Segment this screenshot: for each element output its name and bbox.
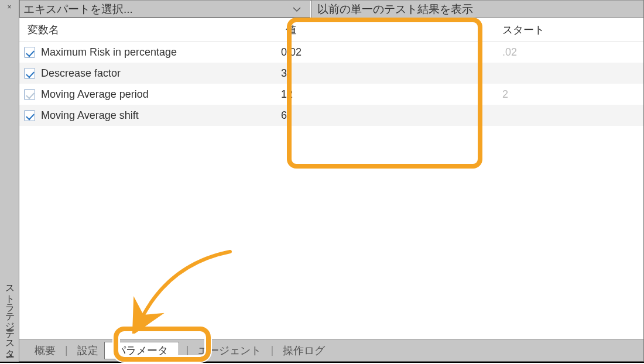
tab-log[interactable]: 操作ログ <box>277 339 331 361</box>
previous-results-label: 以前の単一のテスト結果を表示 <box>317 2 473 17</box>
panel-title-vertical: ストラテジーテスター <box>4 14 16 362</box>
table-row[interactable]: Descrease factor 3 <box>19 63 643 84</box>
panel-title-text: ストラテジーテスター <box>4 279 16 351</box>
tab-separator: | <box>61 344 71 356</box>
table-row[interactable]: Maximum Risk in percentage 0.02 .02 <box>19 42 643 63</box>
row-start[interactable]: 2 <box>494 88 643 101</box>
tab-bar: 概要 | 設定 パラメータ | エージェント | 操作ログ <box>19 339 643 361</box>
parameters-grid: 変数名 値 スタート Maximum Risk in percentage 0.… <box>19 18 643 339</box>
tab-parameters[interactable]: パラメータ <box>104 339 183 361</box>
expert-select[interactable]: エキスパートを選択... <box>19 1 311 18</box>
tab-overview[interactable]: 概要 <box>29 339 61 361</box>
table-row[interactable]: Moving Average shift 6 <box>19 105 643 126</box>
row-checkbox[interactable] <box>24 47 35 58</box>
close-icon[interactable]: × <box>0 0 19 14</box>
grid-header: 変数名 値 スタート <box>19 18 643 42</box>
row-name: Maximum Risk in percentage <box>41 46 177 59</box>
tab-separator: | <box>183 344 193 356</box>
row-name: Moving Average period <box>41 88 149 101</box>
expert-select-placeholder: エキスパートを選択... <box>23 2 133 17</box>
row-checkbox[interactable] <box>24 68 35 79</box>
column-header-value[interactable]: 値 <box>278 23 494 37</box>
row-name: Moving Average shift <box>41 109 139 122</box>
row-value[interactable]: 6 <box>278 109 494 122</box>
toolbar: エキスパートを選択... 以前の単一のテスト結果を表示 <box>19 1 643 18</box>
table-row[interactable]: Moving Average period 12 2 <box>19 84 643 105</box>
row-value[interactable]: 3 <box>278 67 494 80</box>
column-header-start[interactable]: スタート <box>494 23 643 37</box>
column-header-name[interactable]: 変数名 <box>19 23 278 37</box>
previous-results-button[interactable]: 以前の単一のテスト結果を表示 <box>311 1 643 18</box>
row-checkbox[interactable] <box>24 89 35 100</box>
row-value[interactable]: 0.02 <box>278 46 494 59</box>
tab-separator: | <box>267 344 277 356</box>
row-value[interactable]: 12 <box>278 88 494 101</box>
tab-parameters-active[interactable]: パラメータ <box>104 342 179 359</box>
side-rail: × ストラテジーテスター <box>0 0 19 362</box>
main-panel: エキスパートを選択... 以前の単一のテスト結果を表示 変数名 値 スタート M… <box>19 0 644 362</box>
tab-agents[interactable]: エージェント <box>192 339 267 361</box>
tab-settings[interactable]: 設定 <box>71 339 104 361</box>
row-checkbox[interactable] <box>24 110 35 121</box>
row-name: Descrease factor <box>41 67 121 80</box>
row-start[interactable]: .02 <box>494 46 643 59</box>
chevron-down-icon <box>293 6 301 12</box>
